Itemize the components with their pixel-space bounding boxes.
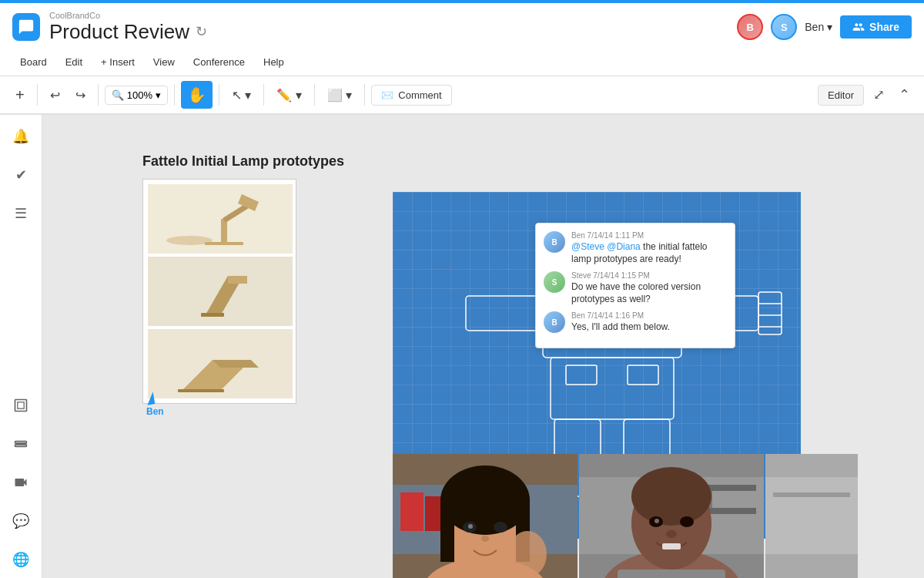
svg-point-45 xyxy=(494,522,507,533)
svg-marker-11 xyxy=(228,276,247,284)
separator-7 xyxy=(364,84,365,106)
comment-popup: B Ben 7/14/14 1:11 PM @Steve @Diana the … xyxy=(535,223,735,348)
comment-body-2: Steve 7/14/14 1:15 PM Do we have the col… xyxy=(571,271,727,305)
svg-rect-18 xyxy=(466,296,543,331)
svg-point-48 xyxy=(508,531,547,577)
comment-avatar-ben-2: B xyxy=(544,311,565,333)
undo-button[interactable]: ↩ xyxy=(44,83,66,107)
svg-rect-3 xyxy=(15,445,27,447)
sidebar-tasks-icon[interactable]: ✔ xyxy=(8,163,33,187)
comment-label: Comment xyxy=(398,89,441,101)
video-thumb-1 xyxy=(393,454,578,578)
svg-rect-65 xyxy=(765,477,858,554)
redo-button[interactable]: ↪ xyxy=(69,83,92,107)
svg-point-46 xyxy=(468,524,473,529)
expand-icon[interactable]: ⤢ xyxy=(869,83,889,106)
canvas-area[interactable]: Fattelo Initial Lamp prototypes xyxy=(42,115,924,578)
sidebar-layers-icon[interactable] xyxy=(8,432,33,456)
separator-4 xyxy=(219,84,219,106)
pen-tool-button[interactable]: ✏️ ▾ xyxy=(270,83,307,107)
separator-1 xyxy=(37,84,38,106)
svg-rect-14 xyxy=(178,389,224,392)
svg-rect-0 xyxy=(15,400,27,412)
sidebar-globe-icon[interactable]: 🌐 xyxy=(8,547,33,572)
add-button[interactable]: + xyxy=(9,82,31,109)
user-name: Ben ▾ xyxy=(805,21,832,33)
svg-rect-4 xyxy=(205,242,243,245)
video-thumb-2 xyxy=(579,454,764,578)
svg-point-62 xyxy=(666,530,677,538)
select-tool-button[interactable]: ↖ ▾ xyxy=(226,83,257,107)
cursor-ben: Ben xyxy=(146,392,164,417)
sidebar-chat-icon[interactable]: 💬 xyxy=(8,509,33,533)
menu-view[interactable]: View xyxy=(146,53,182,71)
separator-2 xyxy=(98,84,99,106)
zoom-dropdown-icon: ▾ xyxy=(156,89,161,101)
svg-point-57 xyxy=(631,467,711,526)
collapse-icon[interactable]: ⌃ xyxy=(894,83,915,106)
comment-meta-3: Ben 7/14/14 1:16 PM xyxy=(571,311,727,320)
menu-board[interactable]: Board xyxy=(12,53,55,71)
svg-rect-28 xyxy=(758,292,782,334)
lamp-image-3 xyxy=(148,329,293,398)
svg-rect-66 xyxy=(773,492,850,497)
svg-rect-26 xyxy=(566,365,597,385)
app-logo xyxy=(12,13,40,41)
svg-rect-61 xyxy=(662,543,681,549)
comment-text-3: Yes, I'll add them below. xyxy=(571,321,727,334)
svg-rect-42 xyxy=(440,500,454,562)
svg-rect-2 xyxy=(15,442,27,444)
separator-3 xyxy=(174,84,175,106)
avatar-user2[interactable]: S xyxy=(771,14,797,40)
comment-avatar-ben-1: B xyxy=(544,231,565,253)
document-title: Product Review xyxy=(49,20,189,44)
video-thumb-3 xyxy=(765,454,858,578)
separator-6 xyxy=(314,84,315,106)
share-button[interactable]: Share xyxy=(840,15,912,39)
editor-button[interactable]: Editor xyxy=(818,85,864,106)
menu-insert[interactable]: + Insert xyxy=(93,53,142,71)
mention-diana: @Diana xyxy=(607,241,641,252)
menu-help[interactable]: Help xyxy=(256,53,292,71)
sidebar-notifications-icon[interactable]: 🔔 xyxy=(8,124,33,149)
svg-point-59 xyxy=(680,516,694,527)
menu-edit[interactable]: Edit xyxy=(58,53,90,71)
menu-conference[interactable]: Conference xyxy=(186,53,253,71)
cursor-ben-label: Ben xyxy=(146,406,164,417)
comment-body-3: Ben 7/14/14 1:16 PM Yes, I'll add them b… xyxy=(571,311,727,334)
avatar-user1[interactable]: B xyxy=(737,14,763,40)
separator-5 xyxy=(263,84,264,106)
lamp-section: Fattelo Initial Lamp prototypes xyxy=(142,153,344,404)
svg-point-60 xyxy=(654,519,659,523)
sidebar-list-icon[interactable]: ☰ xyxy=(8,201,33,226)
comment-text-2: Do we have the colored version prototype… xyxy=(571,281,727,305)
comment-meta-2: Steve 7/14/14 1:15 PM xyxy=(571,271,727,280)
svg-marker-13 xyxy=(213,360,259,368)
svg-rect-27 xyxy=(628,365,658,385)
sidebar-frame-icon[interactable] xyxy=(8,393,33,418)
comment-body-1: Ben 7/14/14 1:11 PM @Steve @Diana the in… xyxy=(571,231,727,265)
lamp-images-container xyxy=(142,179,296,404)
lamp-image-2 xyxy=(148,257,293,326)
comment-meta-1: Ben 7/14/14 1:11 PM xyxy=(571,231,727,240)
sticky-tool-button[interactable]: ⬜ ▾ xyxy=(321,83,358,107)
refresh-icon[interactable]: ↻ xyxy=(196,23,207,40)
comment-3: B Ben 7/14/14 1:16 PM Yes, I'll add them… xyxy=(544,311,727,334)
comment-2: S Steve 7/14/14 1:15 PM Do we have the c… xyxy=(544,271,727,305)
cursor-ben-icon xyxy=(146,391,156,405)
video-strip xyxy=(393,454,858,578)
hand-tool-button[interactable]: ✋ xyxy=(181,81,213,109)
lamp-image-1 xyxy=(148,184,293,254)
share-label: Share xyxy=(869,21,899,33)
lamp-section-title: Fattelo Initial Lamp prototypes xyxy=(142,153,344,170)
comment-avatar-steve: S xyxy=(544,271,565,293)
zoom-control[interactable]: 🔍 100% ▾ xyxy=(105,86,168,105)
zoom-icon: 🔍 xyxy=(112,89,124,101)
comment-arrow xyxy=(346,267,539,269)
brand-name: CoolBrandCo xyxy=(49,11,737,20)
svg-rect-20 xyxy=(551,358,674,419)
comment-button[interactable]: ✉️ Comment xyxy=(371,85,451,106)
svg-rect-36 xyxy=(400,492,424,531)
svg-rect-1 xyxy=(18,402,24,408)
sidebar-video-icon[interactable] xyxy=(8,470,33,495)
